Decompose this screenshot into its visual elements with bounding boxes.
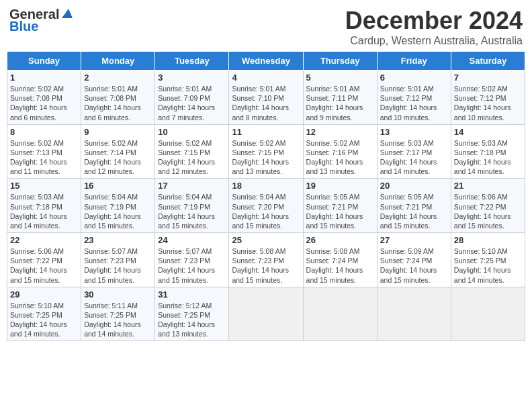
calendar-cell: 17Sunrise: 5:04 AMSunset: 7:19 PMDayligh… xyxy=(155,179,229,233)
day-info: Sunrise: 5:02 AMSunset: 7:15 PMDaylight:… xyxy=(232,139,289,176)
day-number: 29 xyxy=(10,289,78,300)
calendar-cell: 12Sunrise: 5:02 AMSunset: 7:16 PMDayligh… xyxy=(303,124,377,179)
day-number: 6 xyxy=(380,73,448,83)
day-info: Sunrise: 5:06 AMSunset: 7:22 PMDaylight:… xyxy=(10,247,67,284)
logo-icon xyxy=(59,6,74,21)
calendar-week-1: 8Sunrise: 5:02 AMSunset: 7:13 PMDaylight… xyxy=(7,124,525,179)
day-number: 5 xyxy=(306,73,374,83)
day-number: 22 xyxy=(10,235,78,245)
day-info: Sunrise: 5:01 AMSunset: 7:10 PMDaylight:… xyxy=(232,85,289,122)
day-info: Sunrise: 5:07 AMSunset: 7:23 PMDaylight:… xyxy=(84,247,141,284)
day-number: 28 xyxy=(454,235,522,245)
day-info: Sunrise: 5:01 AMSunset: 7:08 PMDaylight:… xyxy=(84,85,141,122)
day-info: Sunrise: 5:01 AMSunset: 7:11 PMDaylight:… xyxy=(306,85,363,122)
calendar-cell: 28Sunrise: 5:10 AMSunset: 7:25 PMDayligh… xyxy=(451,233,525,287)
day-number: 10 xyxy=(158,127,226,137)
calendar-cell: 14Sunrise: 5:03 AMSunset: 7:18 PMDayligh… xyxy=(451,124,525,179)
calendar-cell xyxy=(229,287,303,341)
day-number: 27 xyxy=(380,235,448,245)
calendar-cell: 1Sunrise: 5:02 AMSunset: 7:08 PMDaylight… xyxy=(7,71,81,125)
calendar-cell: 19Sunrise: 5:05 AMSunset: 7:21 PMDayligh… xyxy=(303,179,377,233)
calendar-week-2: 15Sunrise: 5:03 AMSunset: 7:18 PMDayligh… xyxy=(7,179,525,233)
calendar-week-4: 29Sunrise: 5:10 AMSunset: 7:25 PMDayligh… xyxy=(7,287,525,341)
day-number: 18 xyxy=(232,181,300,191)
calendar-cell: 25Sunrise: 5:08 AMSunset: 7:23 PMDayligh… xyxy=(229,233,303,287)
day-info: Sunrise: 5:02 AMSunset: 7:14 PMDaylight:… xyxy=(84,139,141,176)
header-tuesday: Tuesday xyxy=(155,52,229,71)
day-info: Sunrise: 5:02 AMSunset: 7:13 PMDaylight:… xyxy=(10,139,67,176)
calendar-cell: 15Sunrise: 5:03 AMSunset: 7:18 PMDayligh… xyxy=(7,179,81,233)
day-number: 23 xyxy=(84,235,152,245)
day-number: 14 xyxy=(454,127,522,137)
calendar-week-0: 1Sunrise: 5:02 AMSunset: 7:08 PMDaylight… xyxy=(7,71,525,125)
day-number: 21 xyxy=(454,181,522,191)
calendar-cell: 3Sunrise: 5:01 AMSunset: 7:09 PMDaylight… xyxy=(155,71,229,125)
calendar-table: SundayMondayTuesdayWednesdayThursdayFrid… xyxy=(7,51,525,341)
calendar-cell: 6Sunrise: 5:01 AMSunset: 7:12 PMDaylight… xyxy=(377,71,451,125)
day-number: 8 xyxy=(10,127,78,137)
day-info: Sunrise: 5:02 AMSunset: 7:12 PMDaylight:… xyxy=(454,85,511,122)
calendar-cell: 21Sunrise: 5:06 AMSunset: 7:22 PMDayligh… xyxy=(451,179,525,233)
day-number: 16 xyxy=(84,181,152,191)
calendar-cell: 2Sunrise: 5:01 AMSunset: 7:08 PMDaylight… xyxy=(81,71,155,125)
calendar-cell: 7Sunrise: 5:02 AMSunset: 7:12 PMDaylight… xyxy=(451,71,525,125)
day-info: Sunrise: 5:03 AMSunset: 7:18 PMDaylight:… xyxy=(454,139,511,176)
day-number: 24 xyxy=(158,235,226,245)
day-info: Sunrise: 5:09 AMSunset: 7:24 PMDaylight:… xyxy=(380,247,437,284)
day-info: Sunrise: 5:02 AMSunset: 7:16 PMDaylight:… xyxy=(306,139,363,176)
day-number: 1 xyxy=(10,73,78,83)
day-info: Sunrise: 5:05 AMSunset: 7:21 PMDaylight:… xyxy=(306,193,363,230)
day-info: Sunrise: 5:02 AMSunset: 7:15 PMDaylight:… xyxy=(158,139,215,176)
day-number: 4 xyxy=(232,73,300,83)
day-info: Sunrise: 5:04 AMSunset: 7:19 PMDaylight:… xyxy=(158,193,215,230)
calendar-cell: 30Sunrise: 5:11 AMSunset: 7:25 PMDayligh… xyxy=(81,287,155,341)
day-info: Sunrise: 5:02 AMSunset: 7:08 PMDaylight:… xyxy=(10,85,67,122)
calendar-cell: 10Sunrise: 5:02 AMSunset: 7:15 PMDayligh… xyxy=(155,124,229,179)
calendar-cell: 8Sunrise: 5:02 AMSunset: 7:13 PMDaylight… xyxy=(7,124,81,179)
calendar-cell: 16Sunrise: 5:04 AMSunset: 7:19 PMDayligh… xyxy=(81,179,155,233)
calendar-cell: 13Sunrise: 5:03 AMSunset: 7:17 PMDayligh… xyxy=(377,124,451,179)
calendar-cell: 9Sunrise: 5:02 AMSunset: 7:14 PMDaylight… xyxy=(81,124,155,179)
header-monday: Monday xyxy=(81,52,155,71)
day-info: Sunrise: 5:10 AMSunset: 7:25 PMDaylight:… xyxy=(10,302,67,338)
day-info: Sunrise: 5:08 AMSunset: 7:24 PMDaylight:… xyxy=(306,247,363,284)
calendar-cell: 29Sunrise: 5:10 AMSunset: 7:25 PMDayligh… xyxy=(7,287,81,341)
day-number: 11 xyxy=(232,127,300,137)
svg-marker-0 xyxy=(62,9,73,18)
day-number: 15 xyxy=(10,181,78,191)
day-info: Sunrise: 5:10 AMSunset: 7:25 PMDaylight:… xyxy=(454,247,511,284)
calendar-cell: 27Sunrise: 5:09 AMSunset: 7:24 PMDayligh… xyxy=(377,233,451,287)
day-number: 19 xyxy=(306,181,374,191)
calendar-header-row: SundayMondayTuesdayWednesdayThursdayFrid… xyxy=(7,52,525,71)
day-info: Sunrise: 5:01 AMSunset: 7:09 PMDaylight:… xyxy=(158,85,215,122)
day-info: Sunrise: 5:04 AMSunset: 7:20 PMDaylight:… xyxy=(232,193,289,230)
day-number: 26 xyxy=(306,235,374,245)
location-text: Cardup, Western Australia, Australia xyxy=(345,35,523,47)
day-number: 9 xyxy=(84,127,152,137)
day-number: 25 xyxy=(232,235,300,245)
calendar-cell: 31Sunrise: 5:12 AMSunset: 7:25 PMDayligh… xyxy=(155,287,229,341)
calendar-cell: 4Sunrise: 5:01 AMSunset: 7:10 PMDaylight… xyxy=(229,71,303,125)
month-title: December 2024 xyxy=(345,7,523,35)
calendar-cell: 22Sunrise: 5:06 AMSunset: 7:22 PMDayligh… xyxy=(7,233,81,287)
calendar-cell xyxy=(451,287,525,341)
logo-blue-text: Blue xyxy=(9,19,38,34)
page-header: General Blue December 2024 Cardup, Weste… xyxy=(7,7,525,47)
day-number: 17 xyxy=(158,181,226,191)
calendar-cell: 26Sunrise: 5:08 AMSunset: 7:24 PMDayligh… xyxy=(303,233,377,287)
calendar-cell: 23Sunrise: 5:07 AMSunset: 7:23 PMDayligh… xyxy=(81,233,155,287)
day-number: 3 xyxy=(158,73,226,83)
calendar-cell: 5Sunrise: 5:01 AMSunset: 7:11 PMDaylight… xyxy=(303,71,377,125)
day-number: 30 xyxy=(84,289,152,300)
calendar-cell xyxy=(377,287,451,341)
day-number: 13 xyxy=(380,127,448,137)
header-friday: Friday xyxy=(377,52,451,71)
calendar-cell: 18Sunrise: 5:04 AMSunset: 7:20 PMDayligh… xyxy=(229,179,303,233)
day-info: Sunrise: 5:11 AMSunset: 7:25 PMDaylight:… xyxy=(84,302,141,338)
header-wednesday: Wednesday xyxy=(229,52,303,71)
day-info: Sunrise: 5:12 AMSunset: 7:25 PMDaylight:… xyxy=(158,302,215,338)
day-info: Sunrise: 5:05 AMSunset: 7:21 PMDaylight:… xyxy=(380,193,437,230)
day-info: Sunrise: 5:03 AMSunset: 7:17 PMDaylight:… xyxy=(380,139,437,176)
day-info: Sunrise: 5:03 AMSunset: 7:18 PMDaylight:… xyxy=(10,193,67,230)
day-info: Sunrise: 5:01 AMSunset: 7:12 PMDaylight:… xyxy=(380,85,437,122)
